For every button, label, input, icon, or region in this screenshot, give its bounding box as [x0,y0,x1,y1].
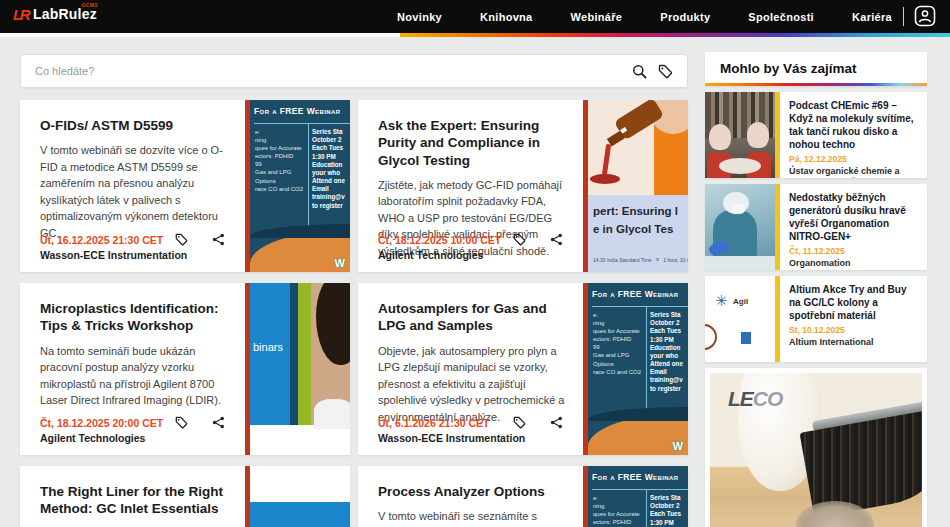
free-webinar-banner-image: For a FREE Webinar e: ning ques for Accu… [588,466,688,527]
banner-time: 14:30 India Standard Time [593,257,652,263]
card-footer: Čt, 18.12.2025 20:00 CET Agilent Technol… [40,417,163,444]
banner-right-text: Series Sta October 2 Each Tues 1:30 PM E… [650,311,688,393]
sidebar-item-title: Nedostatky běžných generátorů dusíku hra… [789,191,919,243]
tag-icon[interactable] [175,233,188,246]
nav-item-spolecnosti[interactable]: Společnosti [748,11,814,23]
banner-right-text: Series Sta October 2 Each Tues 1:30 PM E… [650,494,688,527]
user-icon [914,5,936,27]
user-account-button[interactable] [914,5,936,27]
banner-webinars-text: binars [253,341,283,353]
banner-title-text: pert: Ensuring l e in Glycol Tes [588,195,688,239]
tag-filter-icon[interactable] [658,64,673,79]
card-footer: Út, 6.1.2026 21:30 CET Wasson-ECE Instru… [378,417,525,444]
card-body: Ask the Expert: Ensuring Purity and Comp… [358,100,583,272]
card-source: Agilent Technologies [378,249,501,261]
hourglass-icon: ⧖ [656,256,660,263]
wasson-logo: W [673,440,683,452]
card-footer: Čt, 18.12.2025 10:00 CET Agilent Technol… [378,234,501,261]
card-autosamplers-gas-lpg[interactable]: Autosamplers for Gas and LPG and Samples… [358,283,688,455]
share-icon[interactable] [550,416,563,429]
wasson-logo: W [335,257,345,269]
card-right-liner-gc-inlet[interactable]: The Right Liner for the Right Method: GC… [20,466,350,527]
nav-gradient-underline [0,33,950,37]
top-nav-bar: LR LabRulezGCMS Novinky Knihovna Webinář… [0,0,950,33]
logo-gcms-badge: GCMS [82,2,98,8]
nav-item-kariera[interactable]: Kariéra [852,11,892,23]
card-thumbnail: pert: Ensuring l e in Glycol Tes 14:30 I… [583,100,688,272]
leco-ad-banner[interactable]: LECO [705,368,927,527]
agilent-starburst-icon: ✳ [715,292,728,310]
card-thumbnail: For a FREE Webinar e: ning ques for Accu… [245,100,350,272]
sidebar-item-date: Pá, 12.12.2025 [789,154,919,164]
tag-icon[interactable] [513,233,526,246]
nav-item-novinky[interactable]: Novinky [397,11,442,23]
leco-ad-photo: LECO [710,373,922,527]
sidebar-item-date: St, 10.12.2025 [789,325,919,335]
card-date: Út, 6.1.2026 21:30 CET [378,417,525,429]
card-source: Agilent Technologies [40,432,163,444]
share-icon[interactable] [212,233,225,246]
free-webinar-banner-image: For a FREE Webinar e: ning ques for Accu… [250,100,350,272]
sidebar-item-text: Nedostatky běžných generátorů dusíku hra… [780,184,927,270]
podcast-thumbnail [705,92,775,178]
sidebar-item-text: Altium Akce Try and Buy na GC/LC kolony … [780,276,927,362]
card-actions [513,233,563,246]
logo-text: LabRulezGCMS [33,6,97,22]
news-card-grid: O-FIDs/ ASTM D5599 V tomto webináři se d… [20,100,688,527]
nav-item-knihovna[interactable]: Knihovna [480,11,533,23]
card-body: Microplastics Identification: Tips & Tri… [20,283,245,455]
card-thumbnail [245,466,350,527]
card-body: O-FIDs/ ASTM D5599 V tomto webináři se d… [20,100,245,272]
nav-divider [903,7,904,26]
agilent-label: Agil [733,297,748,306]
logo-text-rulez: Rulez [59,6,97,22]
sidebar-header: Mohlo by Vás zajímat [705,52,927,86]
banner-heading: For a FREE Webinar [254,106,350,116]
tag-icon[interactable] [175,416,188,429]
tag-icon[interactable] [513,416,526,429]
labrulez-logo[interactable]: LR LabRulezGCMS [13,6,97,22]
search-input[interactable] [21,55,611,87]
card-source: Wasson-ECE Instrumentation [378,432,525,444]
card-actions [513,416,563,429]
sidebar-item-date: Čt, 11.12.2025 [789,246,919,256]
card-body: Autosamplers for Gas and LPG and Samples… [358,283,583,455]
agilent-thumbnail: ✳ Agil [705,276,775,362]
card-footer: Út, 16.12.2025 21:30 CET Wasson-ECE Inst… [40,234,187,261]
nav-item-produkty[interactable]: Produkty [660,11,710,23]
webinars-banner-image: binars [250,283,350,455]
logo-text-lab: Lab [33,6,59,22]
sidebar-item-title: Podcast CHEmic #69 – Když na molekuly sv… [789,99,919,151]
sidebar-item-text: Podcast CHEmic #69 – Když na molekuly sv… [780,92,927,178]
sidebar-item-podcast-chemic[interactable]: Podcast CHEmic #69 – Když na molekuly sv… [705,92,927,178]
share-icon[interactable] [550,233,563,246]
card-ofids-astm-d5599[interactable]: O-FIDs/ ASTM D5599 V tomto webináři se d… [20,100,350,272]
liner-banner-image [250,466,350,527]
sidebar-item-nitrogen-generators[interactable]: Nedostatky běžných generátorů dusíku hra… [705,184,927,270]
sidebar-item-source: Organomation [789,258,919,270]
sidebar-item-altium-try-and-buy[interactable]: ✳ Agil Altium Akce Try and Buy na GC/LC … [705,276,927,362]
card-date: Čt, 18.12.2025 10:00 CET [378,234,501,246]
share-icon[interactable] [212,416,225,429]
sidebar-mohlo-by-vas-zajimat: Mohlo by Vás zajímat Podcast CHEmic #69 … [705,52,927,362]
card-ask-the-expert-glycol[interactable]: Ask the Expert: Ensuring Purity and Comp… [358,100,688,272]
nav-item-webinare[interactable]: Webináře [571,11,623,23]
card-date: Út, 16.12.2025 21:30 CET [40,234,187,246]
sidebar-item-source: Ústav organické chemie a biochemie AV ČR [789,166,919,178]
card-title: Process Analyzer Options [378,483,573,500]
lab-thumbnail [705,184,775,270]
sidebar-item-title: Altium Akce Try and Buy na GC/LC kolony … [789,283,919,322]
card-source: Wasson-ECE Instrumentation [40,249,187,261]
glycol-webinar-banner-image: pert: Ensuring l e in Glycol Tes 14:30 I… [588,100,688,272]
card-process-analyzer-options[interactable]: Process Analyzer Options V tomto webinář… [358,466,688,527]
main-nav: Novinky Knihovna Webináře Produkty Spole… [397,0,892,33]
card-actions [175,416,225,429]
banner-duration: 1 hour, 30 minu [663,257,688,263]
card-date: Čt, 18.12.2025 20:00 CET [40,417,163,429]
card-microplastics-workshop[interactable]: Microplastics Identification: Tips & Tri… [20,283,350,455]
banner-right-text: Series Sta October 2 Each Tues 1:30 PM E… [312,128,350,210]
card-actions [175,233,225,246]
search-icon[interactable] [632,64,647,79]
banner-heading: For a FREE Webinar [592,289,688,299]
card-title: Ask the Expert: Ensuring Purity and Comp… [378,117,573,169]
